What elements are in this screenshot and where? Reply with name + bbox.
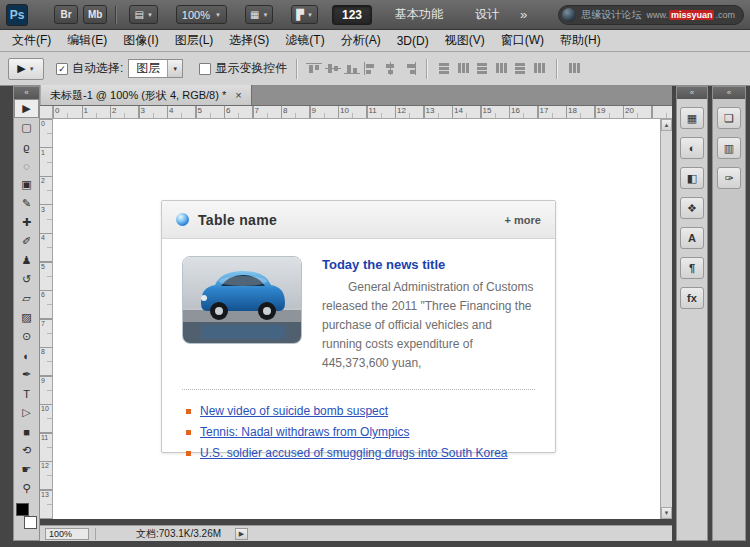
channels-panel-icon[interactable]: ▥ (717, 137, 741, 159)
menu-analysis[interactable]: 分析(A) (333, 30, 389, 51)
align-vertical-centers-icon[interactable] (325, 62, 341, 75)
show-transform-checkbox[interactable] (199, 63, 211, 75)
dock2-collapse-button[interactable]: « (713, 87, 745, 99)
menu-file[interactable]: 文件(F) (4, 30, 59, 51)
distribute-vertical-centers-icon[interactable] (455, 62, 471, 75)
zoom-level-select[interactable]: 100% ▼ (176, 5, 227, 24)
bridge-button[interactable]: Br (54, 5, 78, 24)
workspace-123-button[interactable]: 123 (332, 5, 372, 25)
menu-view[interactable]: 视图(V) (437, 30, 493, 51)
chevron-down-icon: ▼ (29, 66, 35, 72)
styles-panel-icon[interactable]: ❖ (680, 197, 704, 219)
align-bottom-edges-icon[interactable] (344, 62, 360, 75)
foreground-color-swatch[interactable] (16, 503, 29, 516)
vertical-scrollbar[interactable]: ▲ ▼ (660, 119, 672, 519)
color-swatches[interactable] (14, 503, 39, 529)
mini-bridge-button[interactable]: Mb (83, 5, 107, 24)
auto-select-dropdown[interactable]: 图层 ▼ (128, 59, 183, 78)
move-tool-preset-button[interactable]: ▶ ▼ (8, 58, 44, 80)
zoom-tool[interactable]: ⚲ (14, 479, 39, 498)
menu-help[interactable]: 帮助(H) (552, 30, 609, 51)
brush-tool[interactable]: ✐ (14, 232, 39, 251)
healing-brush-tool[interactable]: ✚ (14, 213, 39, 232)
workspace-design-button[interactable]: 设计 (466, 5, 508, 25)
news-link-list: New video of suicide bomb suspect Tennis… (182, 404, 535, 460)
pen-tool[interactable]: ✒ (14, 365, 39, 384)
zoom-input[interactable]: 100% (45, 528, 89, 540)
vertical-ruler[interactable]: 012345678910111213 (40, 119, 53, 519)
clone-stamp-tool[interactable]: ♟ (14, 251, 39, 270)
crop-tool[interactable]: ▣ (14, 175, 39, 194)
document-tab[interactable]: 未标题-1 @ 100% (形状 4, RGB/8) * × (40, 85, 252, 105)
ruler-label: 17 (538, 106, 567, 118)
menu-select[interactable]: 选择(S) (221, 30, 277, 51)
menu-window[interactable]: 窗口(W) (493, 30, 552, 51)
ruler-label: 8 (40, 347, 52, 376)
scroll-up-button[interactable]: ▲ (661, 119, 672, 131)
toolbox-collapse-button[interactable]: « (14, 87, 39, 99)
workspace-essentials-button[interactable]: 基本功能 (386, 5, 452, 25)
lasso-tool[interactable]: ϱ (14, 137, 39, 156)
dodge-tool[interactable]: ◐ (14, 346, 39, 365)
document-canvas[interactable]: Table name + more (53, 119, 660, 519)
distribute-horizontal-centers-icon[interactable] (512, 62, 528, 75)
align-left-edges-icon[interactable] (363, 62, 379, 75)
scroll-down-button[interactable]: ▼ (661, 507, 672, 519)
character-panel-icon[interactable]: A (680, 227, 704, 249)
square-bullet-icon (186, 451, 191, 456)
align-right-edges-icon[interactable] (401, 62, 417, 75)
swatches-panel-icon[interactable]: ▦ (680, 107, 704, 129)
distribute-right-edges-icon[interactable] (531, 62, 547, 75)
paths-panel-icon[interactable]: ✑ (717, 167, 741, 189)
arrange-documents-button[interactable]: ▦ ▼ (245, 5, 273, 24)
auto-select-checkbox[interactable]: ✓ (56, 63, 68, 75)
layer-styles-panel-icon[interactable]: fx (680, 287, 704, 309)
rotate-view-tool[interactable]: ⟲ (14, 441, 39, 460)
distribute-left-edges-icon[interactable] (493, 62, 509, 75)
horizontal-ruler[interactable]: 01234567891011121314151617181920 (53, 106, 672, 119)
news-title: Today the news title (322, 257, 535, 272)
hand-tool[interactable]: ☛ (14, 460, 39, 479)
menu-3d[interactable]: 3D(D) (389, 30, 437, 51)
ruler-label: 4 (167, 106, 196, 118)
eraser-tool[interactable]: ▱ (14, 289, 39, 308)
distribute-bottom-edges-icon[interactable] (474, 62, 490, 75)
history-brush-tool[interactable]: ↺ (14, 270, 39, 289)
shape-tool[interactable]: ■ (14, 422, 39, 441)
path-selection-tool[interactable]: ▷ (14, 403, 39, 422)
background-color-swatch[interactable] (24, 516, 37, 529)
screen-mode-button[interactable]: ▛ ▼ (291, 5, 318, 24)
align-horizontal-centers-icon[interactable] (382, 62, 398, 75)
dock1-collapse-button[interactable]: « (677, 87, 707, 99)
gradient-tool[interactable]: ▨ (14, 308, 39, 327)
move-tool[interactable]: ▶ (14, 99, 39, 118)
menu-layer[interactable]: 图层(L) (167, 30, 222, 51)
separator (115, 6, 116, 24)
menu-filter[interactable]: 滤镜(T) (277, 30, 332, 51)
layers-panel-icon[interactable]: ❏ (717, 107, 741, 129)
ruler-label: 0 (53, 106, 82, 118)
quick-selection-tool[interactable]: ◌ (14, 156, 39, 175)
paragraph-panel-icon[interactable]: ¶ (680, 257, 704, 279)
menu-edit[interactable]: 编辑(E) (59, 30, 115, 51)
auto-align-layers-icon[interactable] (566, 62, 582, 75)
type-tool[interactable]: T (14, 384, 39, 403)
masks-panel-icon[interactable]: ◧ (680, 167, 704, 189)
align-top-edges-icon[interactable] (306, 62, 322, 75)
blur-tool[interactable]: ⊙ (14, 327, 39, 346)
arrange-documents-icon: ▦ (250, 9, 259, 20)
status-menu-button[interactable]: ▶ (235, 528, 248, 540)
menu-image[interactable]: 图像(I) (115, 30, 166, 51)
view-extras-button[interactable]: ▤ ▼ (129, 5, 157, 24)
photoshop-logo-icon: Ps (6, 4, 28, 26)
workspace-overflow-button[interactable]: » (516, 7, 531, 22)
ruler-label: 12 (395, 106, 424, 118)
separator (556, 59, 557, 79)
distribute-top-edges-icon[interactable] (436, 62, 452, 75)
rectangular-marquee-tool[interactable]: ▢ (14, 118, 39, 137)
eyedropper-tool[interactable]: ✎ (14, 194, 39, 213)
adjustments-panel-icon[interactable]: ◐ (680, 137, 704, 159)
cs-live-watermark: 思缘设计论坛 www.missyuan.com (558, 5, 744, 25)
close-icon[interactable]: × (235, 90, 241, 100)
document-tab-title: 未标题-1 @ 100% (形状 4, RGB/8) * (50, 88, 226, 103)
